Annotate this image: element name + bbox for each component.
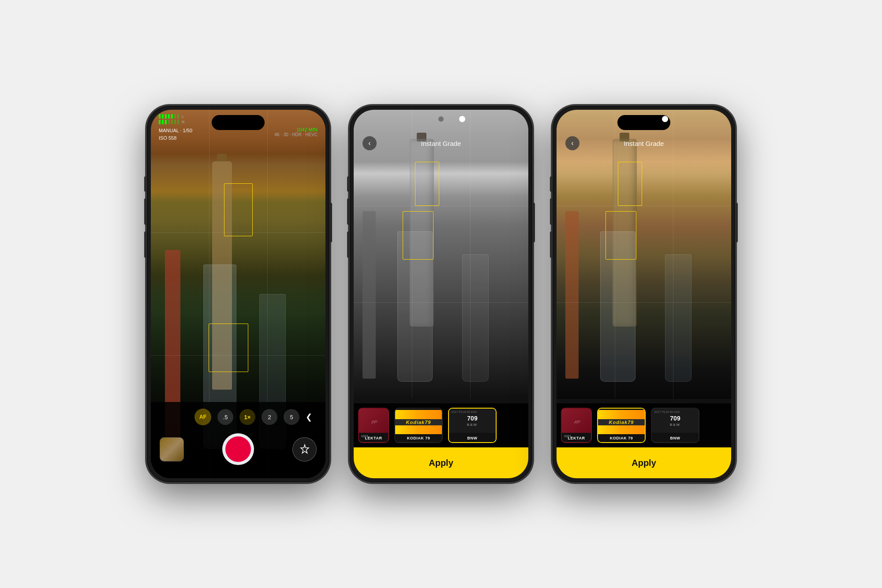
- kodiak-text-3: Kodiak79: [609, 420, 634, 425]
- camera-controls: AF .5 1× 2 5 ❮: [151, 402, 325, 478]
- hud-left: MANUAL · 1/50 ISO 558: [159, 127, 192, 141]
- grade-screen-3: ‹ Instant Grade: [557, 110, 731, 478]
- bnw-sub: B&W: [467, 423, 478, 427]
- camera-dot-3: [662, 116, 668, 122]
- power-button-2[interactable]: [533, 203, 535, 242]
- zoom-controls: AF .5 1× 2 5 ❮: [160, 409, 317, 425]
- phone-3: ‹ Instant Grade: [551, 104, 736, 484]
- meter-bar-dim: [174, 114, 176, 119]
- meter-label-l: L: [182, 114, 184, 119]
- bnw-top-info: 2017 FILM 60 AXK: [451, 410, 493, 413]
- grade-header-3: ‹ Instant Grade: [557, 136, 731, 150]
- zoom-5-button[interactable]: 5: [284, 409, 299, 425]
- volume-down-button-2[interactable]: [347, 231, 349, 258]
- phone-screen-3: ‹ Instant Grade: [557, 110, 731, 478]
- bnw-sub-3: B&W: [670, 423, 680, 427]
- record-button[interactable]: [222, 433, 254, 465]
- lektar-inner-3: 𝓌: [562, 409, 591, 433]
- hud-mode: MANUAL · 1/50: [159, 127, 192, 134]
- meter-bar: [159, 120, 161, 124]
- back-button-2[interactable]: ‹: [363, 136, 377, 150]
- effects-button[interactable]: [292, 437, 317, 461]
- bw-glass-right: [462, 254, 489, 382]
- meter-bar: [162, 120, 164, 124]
- volume-down-button-3[interactable]: [550, 231, 552, 258]
- instant-grade-title-3: Instant Grade: [624, 140, 664, 147]
- kodiak-inner-3: Kodiak79: [598, 410, 645, 434]
- instant-grade-title-2: Instant Grade: [421, 140, 461, 147]
- meter-bar: [165, 120, 167, 124]
- meter-bar: [162, 114, 164, 119]
- focus-box-bottle: [224, 183, 253, 236]
- bnw-num-3: 709: [670, 415, 680, 422]
- chevron-back-icon[interactable]: ❮: [306, 412, 312, 422]
- camera-dot-2: [459, 116, 465, 122]
- volume-up-button-2[interactable]: [347, 198, 349, 225]
- film-card-lektar-3[interactable]: 𝓌 0323 LEKTAR: [561, 408, 592, 443]
- volume-down-button[interactable]: [144, 231, 146, 258]
- bnw-label-2: BNW: [449, 436, 496, 440]
- bnw-top-info-3: 2017 FILM 60 AXK: [654, 410, 696, 413]
- mute-button-2[interactable]: [347, 176, 349, 192]
- lektar-label-2: LEKTAR: [359, 436, 388, 440]
- main-controls: [160, 433, 317, 465]
- phone-screen-2: ‹ Instant Grade: [354, 110, 528, 478]
- meter-bar: [168, 114, 170, 119]
- bw-glass: [397, 231, 433, 382]
- svg-marker-0: [301, 445, 309, 453]
- mute-button-3[interactable]: [550, 176, 552, 192]
- power-button[interactable]: [330, 203, 332, 242]
- film-card-bnw-2[interactable]: 2017 FILM 60 AXK 709 B&W BNW: [448, 408, 497, 443]
- grade-screen-2: ‹ Instant Grade: [354, 110, 528, 478]
- lektar-label-3: LEKTAR: [562, 436, 591, 440]
- bnw-inner-3: 2017 FILM 60 AXK 709 B&W: [652, 409, 699, 433]
- phone-1: L R MANUAL · 1/50 ISO 558: [146, 104, 331, 484]
- af-button[interactable]: AF: [194, 409, 211, 425]
- zoom-1x-button[interactable]: 1×: [239, 409, 255, 425]
- apply-button-3[interactable]: Apply: [557, 447, 731, 478]
- volume-up-button[interactable]: [144, 198, 146, 225]
- film-card-kodiak-3[interactable]: film Kodiak79 KODIAK 79: [597, 408, 646, 443]
- focus-box-main: [209, 324, 248, 372]
- bw-viewfinder: [354, 110, 528, 399]
- color-left-drink: [565, 211, 579, 379]
- film-card-lektar-2[interactable]: 𝓌 0323 LEKTAR: [358, 408, 389, 443]
- thumbnail-preview[interactable]: [160, 437, 184, 461]
- volume-up-button-3[interactable]: [550, 198, 552, 225]
- power-button-3[interactable]: [736, 203, 738, 242]
- meter-bar-dim: [171, 120, 173, 124]
- color-viewfinder: [557, 110, 731, 399]
- meter-bar: [159, 114, 161, 119]
- lektar-inner: 𝓌: [359, 409, 388, 433]
- record-inner: [225, 436, 251, 462]
- apply-label-3: Apply: [632, 458, 656, 468]
- back-button-3[interactable]: ‹: [565, 136, 579, 150]
- film-card-bnw-3[interactable]: 2017 FILM 60 AXK 709 B&W BNW: [651, 408, 699, 443]
- lektar-icon-3: 𝓌: [574, 416, 579, 426]
- grade-header-2: ‹ Instant Grade: [354, 136, 528, 150]
- dynamic-island-2: [438, 116, 444, 122]
- film-selector-2: 𝓌 0323 LEKTAR film Kodiak79: [354, 403, 528, 447]
- dynamic-island-1: [212, 115, 265, 130]
- hud-iso: ISO 558: [159, 134, 192, 142]
- meter-bar-dim: [174, 120, 176, 124]
- meter-bar-dim: [177, 120, 179, 124]
- bnw-num: 709: [467, 415, 477, 422]
- meter-bar: [165, 114, 167, 119]
- bnw-inner: 2017 FILM 60 AXK 709 B&W: [449, 409, 496, 433]
- apply-button-2[interactable]: Apply: [354, 447, 528, 478]
- back-icon-3: ‹: [571, 139, 573, 147]
- recording-settings: 4K · 30 · HDR · HEVC: [274, 132, 318, 137]
- bw-scene: [354, 110, 528, 399]
- zoom-05-button[interactable]: .5: [217, 409, 233, 425]
- meter-bar-dim: [177, 114, 179, 119]
- film-card-kodiak-2[interactable]: film Kodiak79 KODIAK 79: [394, 408, 443, 443]
- hud-right: 1042 MIN 4K · 30 · HDR · HEVC: [274, 127, 318, 137]
- mute-button[interactable]: [144, 176, 146, 192]
- color-glass-right: [665, 254, 691, 382]
- bnw-label-3: BNW: [652, 436, 699, 440]
- kodiak-text: Kodiak79: [406, 420, 431, 425]
- back-icon-2: ‹: [368, 139, 370, 147]
- zoom-2-button[interactable]: 2: [262, 409, 277, 425]
- meter-bar-dim: [168, 120, 170, 124]
